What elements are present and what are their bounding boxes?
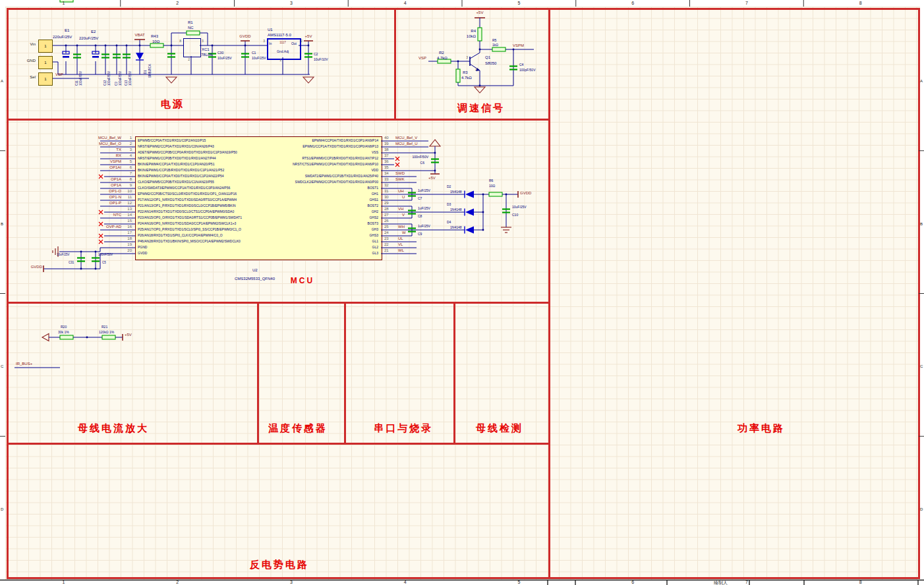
- zone-number: 8: [859, 1, 862, 5]
- capacitor-symbol: [73, 57, 81, 58]
- value: 1uF/25V: [418, 207, 430, 210]
- net-label: SWK: [395, 177, 405, 181]
- pin-function: P17/AN12/OP1_N/RXD1/TXD1/TXD0/SDA0/RTS0/…: [138, 198, 237, 202]
- value: 4.7kΩ: [461, 76, 472, 80]
- value: 78L08: [201, 53, 212, 57]
- ground-symbol: [303, 77, 314, 83]
- designator: C11: [76, 80, 79, 86]
- pin-function: P22/AN14/RXD1/TXD1/TXD0/SCL0/CTS1/CCP0A/…: [138, 210, 234, 213]
- pin-function: P21/AN13/OP1_P/RXD1/TXD1/RXD0/SCL0/CCP1B…: [138, 204, 236, 208]
- designator: C2: [314, 53, 318, 56]
- section-title: 温度传感器: [268, 423, 328, 433]
- net-label: MCU_Bef_U: [395, 142, 418, 146]
- junction-dot: [479, 85, 481, 87]
- zone-letter: D: [1, 507, 3, 511]
- zone-number: 3: [290, 1, 293, 5]
- capacitor-symbol: [408, 213, 416, 214]
- net-label: UL: [398, 237, 403, 240]
- net-label: VSP: [55, 72, 63, 76]
- designator: R21: [101, 325, 107, 329]
- diode-symbol: [465, 227, 474, 234]
- pin-function: EPWM4/CCP0A/TXD1/RXD1/C0P1/AN9/P14: [312, 139, 378, 142]
- pin-function: BKIN/EPWM3/CCP0A/TXD0/TXD1/RXD1/C1P2/AN2…: [138, 175, 224, 178]
- designator: R4: [471, 29, 476, 33]
- value: 4.7kΩ: [437, 56, 448, 60]
- capacitor-symbol: [113, 57, 121, 58]
- section-title: 电源: [161, 99, 185, 109]
- pin-function: GL3: [372, 252, 378, 255]
- pin-number: 25: [384, 225, 389, 229]
- ground-symbol: [475, 87, 485, 93]
- pin-function: RTS1/EPWM0/CCP1B/RXD0/TXD1/RXD1/AN7/P12: [302, 157, 378, 160]
- input-label: GND: [27, 59, 36, 63]
- designator: C7: [418, 197, 422, 200]
- zone-number: 5: [517, 1, 520, 5]
- capacitor-symbol: [167, 53, 175, 54]
- pin-number: 7: [130, 171, 132, 175]
- pin-function: GHS1: [369, 198, 378, 202]
- resistor-symbol: [150, 43, 163, 47]
- value: SMBJ5CA: [149, 64, 152, 78]
- capacitor-symbol: [92, 260, 100, 262]
- net-label: OP1-O: [109, 189, 121, 193]
- net-label: VBAT: [134, 33, 144, 37]
- capacitor-symbol: [167, 56, 175, 57]
- value: 10uF/25V: [252, 57, 266, 60]
- value: 1N4148: [450, 190, 462, 194]
- pin-number: 5: [130, 159, 132, 163]
- value: 100nF/50V: [80, 71, 83, 86]
- pin-number: 39: [384, 142, 389, 146]
- pin-number: 1: [130, 136, 132, 140]
- pin-number: 2: [301, 40, 303, 43]
- value: 1kΩ: [492, 43, 498, 47]
- section-title: 母线电流放大: [78, 423, 149, 433]
- pin-function: GH1: [372, 192, 378, 196]
- value: 100nF/50V: [119, 71, 123, 86]
- pin-function: P23/AN15/OP0_O/RXD1/TXD1/SDA0/RTS1/CCP0B…: [138, 216, 242, 219]
- pin-function: NRST/EPWM2/CCP0A/TXD1/RXD1/C0N/AN26/P43: [138, 145, 214, 148]
- junction-dot: [95, 45, 97, 47]
- capacitor-symbol: [73, 53, 81, 55]
- pin-number: 16: [127, 225, 132, 229]
- net-label: TX: [116, 148, 121, 152]
- pin-name: In: [269, 42, 272, 45]
- diode-symbol: [465, 209, 474, 216]
- junction-dot: [86, 337, 88, 339]
- pin-function: GL1: [372, 240, 378, 243]
- junction-dot: [80, 251, 82, 253]
- value: 10kΩ: [467, 34, 476, 38]
- net-label: MCU_Bef_W: [98, 136, 121, 140]
- zone-number: 1: [62, 1, 65, 5]
- net-label: NTC: [113, 213, 121, 217]
- pin-number: 30: [384, 195, 389, 199]
- pin-number: 35: [384, 165, 389, 169]
- pin-function: BOST1: [368, 186, 378, 190]
- zone-letter: A: [920, 79, 923, 83]
- section-title: MCU: [291, 277, 314, 285]
- pin-number: 36: [384, 159, 389, 163]
- pin-number: 40: [384, 136, 389, 140]
- pin-function: CLKO/SWDAT3/EPWM0/CCP1A/TXD1/RXD1/C0P3/A…: [138, 186, 230, 190]
- schematic-graphics: [0, 0, 924, 585]
- net-label: WL: [398, 248, 404, 252]
- designator: Q1: [485, 55, 490, 59]
- pin-function: GHS3: [369, 234, 378, 237]
- pin-function: P25/AN17/OP0_P/RXD1/TXD1/SCL0/SPI0_SS/CC…: [138, 228, 241, 231]
- value: 100nF/50V: [129, 71, 132, 86]
- zone-letter: B: [1, 222, 3, 226]
- zone-letter: A: [1, 79, 3, 83]
- pin-function: NRST/EPWM1/CCP0B/TXD0/TXD1/RXD1/AN27/P44: [138, 157, 216, 160]
- net-label: VL: [398, 242, 403, 246]
- designator: C9: [418, 233, 422, 236]
- net-label: RX: [116, 153, 121, 157]
- value: 10uF/25V: [57, 254, 70, 257]
- capacitor-symbol: [304, 53, 312, 54]
- part-number: CMS32M5533_QFN40: [235, 277, 275, 281]
- pin-number: 21: [384, 248, 389, 252]
- pin-function: P24/AN16/OP0_N/RXD1/TXD1/SDA0/CCP1A/EPWM…: [138, 222, 236, 225]
- pin-number: 8: [179, 40, 181, 43]
- zone-number: 6: [631, 580, 634, 584]
- net-label: +5V: [305, 34, 312, 38]
- zone-letter: C: [1, 364, 3, 368]
- resistor-symbol: [102, 335, 115, 339]
